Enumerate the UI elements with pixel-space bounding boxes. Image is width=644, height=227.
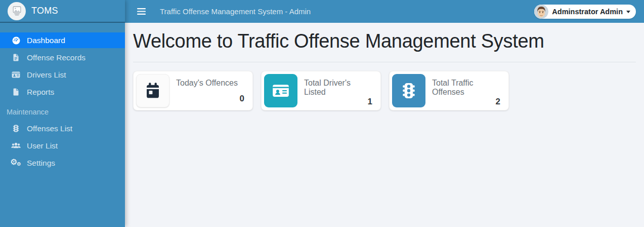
traffic-light-icon [392,74,425,107]
file-icon [11,88,21,96]
users-icon [11,141,21,150]
traffic-light-icon [11,124,21,133]
id-card-icon [11,70,21,80]
sidebar-item-label: Settings [27,159,55,168]
page-title: Welcome to Traffic Offense Management Sy… [133,30,636,52]
main-content: Welcome to Traffic Offense Management Sy… [125,23,644,227]
topbar: Traffic Offense Management System - Admi… [125,0,644,23]
sidebar-item-label: Offense Records [27,53,85,62]
sidebar-item-label: Dashboard [27,36,65,45]
stat-card-total-offenses: Total Traffic Offenses 2 [389,71,509,110]
app-window: TOMS Das [0,0,644,227]
heading-divider [133,62,636,62]
sidebar-item-offense-records[interactable]: Offense Records [0,50,125,65]
user-avatar [534,5,548,19]
sidebar-nav: Dashboard Offense Records [0,23,125,171]
broken-image-placeholder-icon [8,2,26,20]
stat-card-body: Total Driver's Listed 1 [297,74,378,107]
sidebar-item-label: User List [27,141,58,150]
stat-cards-row: Today's Offences 0 [133,71,636,110]
tachometer-icon [11,36,21,45]
sidebar-section-maintenance: Maintenance [0,101,125,121]
stat-card-value: 1 [368,97,372,107]
stat-card-value: 0 [240,94,244,104]
sidebar-item-offenses-list[interactable]: Offenses List [0,121,125,136]
topbar-title: Traffic Offense Management System - Admi… [160,7,311,16]
caret-down-icon [626,11,630,13]
sidebar-item-drivers-list[interactable]: Drivers List [0,67,125,83]
brand-header[interactable]: TOMS [0,0,125,23]
sidebar-item-reports[interactable]: Reports [0,84,125,100]
stat-card-title: Today's Offences [176,79,244,88]
sidebar-item-settings[interactable]: ⚙⚙ Settings [0,155,125,171]
file-lines-icon [11,53,21,62]
sidebar-item-dashboard[interactable]: Dashboard [0,32,125,48]
sidebar-item-label: Drivers List [27,70,66,80]
stat-card-body: Total Traffic Offenses 2 [425,74,506,107]
id-card-icon [264,74,297,107]
sidebar-item-label: Reports [27,88,54,97]
stat-card-body: Today's Offences 0 [169,74,250,107]
stat-card-todays-offences: Today's Offences 0 [133,71,253,110]
brand-title: TOMS [31,6,58,16]
stat-card-value: 2 [496,97,500,107]
gears-icon: ⚙⚙ [11,158,21,168]
hamburger-menu-icon[interactable] [137,8,146,15]
stat-card-title: Total Traffic Offenses [432,79,500,97]
sidebar: TOMS Das [0,0,125,227]
user-menu-button[interactable]: Adminstrator Admin [534,5,636,19]
calendar-icon [136,74,169,107]
user-name-label: Adminstrator Admin [552,8,623,16]
stat-card-total-drivers: Total Driver's Listed 1 [261,71,381,110]
sidebar-item-label: Offenses List [27,124,72,133]
stat-card-title: Total Driver's Listed [304,79,372,97]
sidebar-item-user-list[interactable]: User List [0,138,125,154]
